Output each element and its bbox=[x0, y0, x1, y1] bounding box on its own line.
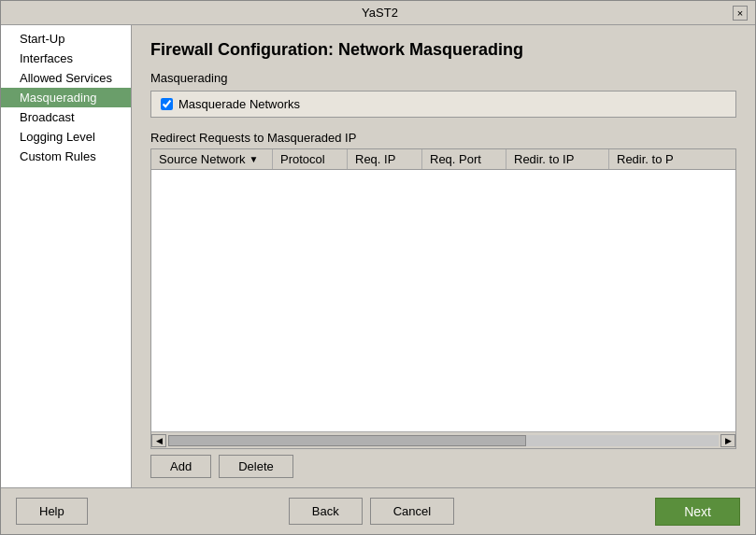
scroll-track[interactable] bbox=[168, 435, 719, 446]
main-content: Start-Up Interfaces Allowed Services Mas… bbox=[1, 25, 755, 487]
window-title: YaST2 bbox=[27, 6, 733, 20]
close-button[interactable]: × bbox=[733, 6, 748, 21]
cancel-button[interactable]: Cancel bbox=[370, 498, 454, 525]
sidebar: Start-Up Interfaces Allowed Services Mas… bbox=[1, 25, 132, 487]
sidebar-item-custom-rules[interactable]: Custom Rules bbox=[1, 147, 131, 166]
next-button[interactable]: Next bbox=[655, 498, 740, 526]
delete-button[interactable]: Delete bbox=[219, 455, 293, 478]
redirect-label: Redirect Requests to Masqueraded IP bbox=[150, 131, 736, 145]
add-button[interactable]: Add bbox=[150, 455, 211, 478]
col-req-port: Req. Port bbox=[422, 149, 506, 169]
help-button[interactable]: Help bbox=[16, 498, 88, 525]
col-redir-to-2: Redir. to P bbox=[609, 149, 735, 169]
sidebar-item-broadcast[interactable]: Broadcast bbox=[1, 107, 131, 127]
table-header: Source Network ▼ Protocol Req. IP Req. P… bbox=[151, 149, 735, 170]
sidebar-item-masquerading[interactable]: Masquerading bbox=[1, 88, 131, 107]
footer-left: Help bbox=[16, 498, 88, 525]
footer: Help Back Cancel Next bbox=[1, 487, 755, 534]
masquerade-networks-checkbox[interactable] bbox=[161, 98, 173, 110]
horizontal-scrollbar: ◀ ▶ bbox=[151, 431, 735, 448]
scroll-thumb bbox=[168, 435, 526, 446]
col-redir-to-ip: Redir. to IP bbox=[506, 149, 609, 169]
sidebar-item-allowed-services[interactable]: Allowed Services bbox=[1, 68, 131, 88]
sidebar-item-logging-level[interactable]: Logging Level bbox=[1, 127, 131, 147]
scroll-left-button[interactable]: ◀ bbox=[151, 434, 166, 447]
scroll-right-button[interactable]: ▶ bbox=[720, 434, 735, 447]
col-req-ip: Req. IP bbox=[348, 149, 422, 169]
back-button[interactable]: Back bbox=[289, 498, 363, 525]
action-buttons: Add Delete bbox=[150, 455, 736, 478]
page-title: Firewall Configuration: Network Masquera… bbox=[150, 40, 736, 60]
main-window: YaST2 × Start-Up Interfaces Allowed Serv… bbox=[0, 0, 756, 535]
footer-center: Back Cancel bbox=[289, 498, 454, 525]
table-body bbox=[151, 170, 735, 431]
footer-right: Next bbox=[655, 498, 740, 526]
col-source-network: Source Network ▼ bbox=[151, 149, 273, 169]
sort-arrow-icon: ▼ bbox=[249, 154, 258, 164]
content-area: Firewall Configuration: Network Masquera… bbox=[132, 25, 755, 487]
masquerade-networks-label: Masquerade Networks bbox=[178, 97, 300, 111]
masquerade-networks-row: Masquerade Networks bbox=[150, 91, 736, 118]
col-protocol: Protocol bbox=[273, 149, 348, 169]
titlebar: YaST2 × bbox=[1, 1, 755, 25]
masquerading-label: Masquerading bbox=[150, 71, 736, 85]
redirect-table: Source Network ▼ Protocol Req. IP Req. P… bbox=[150, 148, 736, 449]
sidebar-item-start-up[interactable]: Start-Up bbox=[1, 29, 131, 49]
sidebar-item-interfaces[interactable]: Interfaces bbox=[1, 49, 131, 68]
